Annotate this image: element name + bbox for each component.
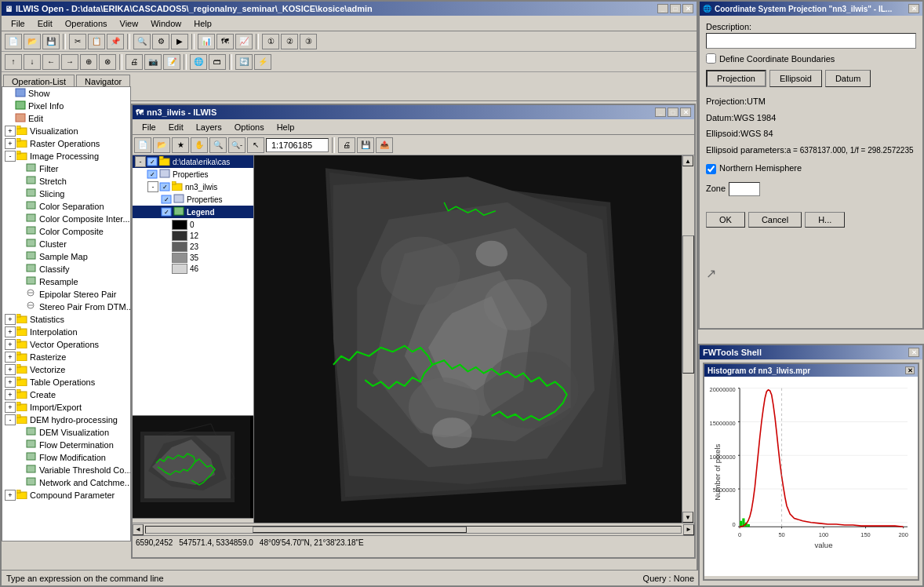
tree-sample-map[interactable]: Sample Map (2, 250, 130, 263)
map-tb-zoom-in[interactable]: 🔍 (209, 137, 227, 153)
statistics-expander[interactable]: + (5, 314, 16, 325)
vectorize-expander[interactable]: + (5, 364, 16, 375)
northern-hemi-checkbox[interactable] (706, 164, 716, 174)
tb-a[interactable]: ↑ (5, 54, 22, 70)
tb-h[interactable]: 📷 (144, 54, 162, 70)
h-scrollbar[interactable]: ◄ ► (133, 523, 694, 535)
map-menu-file[interactable]: File (136, 121, 162, 133)
tree-network[interactable]: Network and Catchme... (2, 476, 130, 489)
description-input[interactable] (706, 33, 916, 49)
tree-compound-param[interactable]: + Compound Parameter (2, 489, 130, 501)
new-button[interactable]: 📄 (5, 34, 22, 49)
tree-vectorize[interactable]: + Vectorize (2, 363, 130, 376)
file-node-legend[interactable]: ✓ Legend (133, 206, 253, 218)
tree-filter[interactable]: Filter (2, 162, 130, 175)
v-scroll-track[interactable] (682, 166, 694, 512)
file-node-nn3[interactable]: - ✓ nn3_ilwis (133, 180, 253, 193)
map-minimize[interactable]: _ (655, 108, 666, 117)
tb-d[interactable]: → (61, 54, 78, 70)
menu-help[interactable]: Help (187, 17, 218, 30)
map-tb-arrow[interactable]: ↖ (247, 137, 264, 153)
compound-expander[interactable]: + (5, 490, 16, 501)
tree-color-composite-inter[interactable]: Color Composite Inter... (2, 213, 130, 225)
map-maximize[interactable]: □ (668, 108, 678, 117)
hist-close[interactable]: ✕ (908, 348, 919, 357)
tree-interpolation[interactable]: + Interpolation (2, 326, 130, 338)
h-scroll-thumb[interactable] (253, 527, 467, 533)
h-scroll-track[interactable] (145, 526, 682, 534)
rasterops-expander[interactable]: + (5, 138, 16, 149)
nn3-expander[interactable]: - (147, 181, 158, 192)
map-menu-edit[interactable]: Edit (162, 121, 190, 133)
v-scrollbar[interactable]: ▲ ▼ (682, 155, 694, 523)
hist-chart-close[interactable]: ✕ (905, 366, 915, 374)
tree-epipolar[interactable]: Epipolar Stereo Pair (2, 288, 130, 301)
rasterize-expander[interactable]: + (5, 352, 16, 363)
help-button[interactable]: H... (805, 212, 845, 228)
menu-window[interactable]: Window (144, 17, 187, 30)
scroll-up-btn[interactable]: ▲ (682, 155, 693, 166)
tb9[interactable]: ① (262, 34, 279, 49)
tree-flow-det[interactable]: Flow Determination (2, 439, 130, 451)
tb-i[interactable]: 📝 (163, 54, 180, 70)
tree-edit[interactable]: Edit (2, 112, 130, 125)
file-node-properties1[interactable]: ✓ Properties (133, 168, 253, 180)
tb7[interactable]: 🗺 (216, 34, 234, 49)
tree-dem-hydro[interactable]: - DEM hydro-processing (2, 414, 130, 426)
tree-visualization[interactable]: + Visualization (2, 125, 130, 137)
tree-var-thresh[interactable]: Variable Threshold Co... (2, 464, 130, 476)
tb5[interactable]: ▶ (171, 34, 188, 49)
tb-l[interactable]: 🔄 (235, 54, 253, 70)
tb4[interactable]: ⚙ (152, 34, 169, 49)
tree-color-composite[interactable]: Color Composite (2, 225, 130, 238)
tb-f[interactable]: ⊗ (99, 54, 116, 70)
tb8[interactable]: 📈 (235, 34, 253, 49)
tree-rasterize[interactable]: + Rasterize (2, 351, 130, 363)
file-node-properties2[interactable]: ✓ Properties (133, 193, 253, 206)
map-tb-new[interactable]: 📄 (134, 137, 151, 153)
imageprocessing-expander[interactable]: - (5, 151, 16, 162)
vectorops-expander[interactable]: + (5, 339, 16, 350)
tree-statistics[interactable]: + Statistics (2, 313, 130, 326)
tree-color-separation[interactable]: Color Separation (2, 200, 130, 213)
tree-vector-ops[interactable]: + Vector Operations (2, 338, 130, 351)
tree-table-ops[interactable]: + Table Operations (2, 376, 130, 388)
map-tb-export[interactable]: 📤 (376, 137, 393, 153)
tb-k[interactable]: 🗃 (209, 54, 226, 70)
tree-resample[interactable]: Resample (2, 275, 130, 288)
projection-button[interactable]: Projection (706, 70, 766, 87)
tableops-expander[interactable]: + (5, 377, 16, 388)
tb-j[interactable]: 🌐 (190, 54, 207, 70)
maximize-button[interactable]: □ (670, 4, 681, 13)
tb-m[interactable]: ⚡ (254, 54, 271, 70)
save-button[interactable]: 💾 (42, 34, 60, 49)
tree-cluster[interactable]: Cluster (2, 238, 130, 250)
open-button[interactable]: 📂 (24, 34, 41, 49)
copy-button[interactable]: 📋 (88, 34, 105, 49)
minimize-button[interactable]: _ (657, 4, 668, 13)
tb-c[interactable]: ← (42, 54, 60, 70)
scroll-right-btn[interactable]: ► (683, 524, 694, 535)
map-close[interactable]: ✕ (680, 108, 691, 117)
visualization-expander[interactable]: + (5, 126, 16, 137)
tree-raster-ops[interactable]: + Raster Operations (2, 137, 130, 150)
menu-operations[interactable]: Operations (59, 17, 114, 30)
tree-stereopair[interactable]: Stereo Pair From DTM... (2, 301, 130, 313)
proj-zone-input[interactable]: 34 (729, 182, 760, 196)
tree-slicing[interactable]: Slicing (2, 188, 130, 200)
tree-image-processing[interactable]: - Image Processing (2, 150, 130, 162)
map-menu-help[interactable]: Help (271, 121, 301, 133)
map-menu-options[interactable]: Options (228, 121, 271, 133)
tree-create[interactable]: + Create (2, 388, 130, 401)
map-tb-hand[interactable]: ✋ (191, 137, 208, 153)
interpolation-expander[interactable]: + (5, 326, 16, 337)
tree-dem-vis[interactable]: DEM Visualization (2, 426, 130, 439)
importexport-expander[interactable]: + (5, 402, 16, 413)
map-tb-zoom-out[interactable]: 🔍- (228, 137, 246, 153)
tb-e[interactable]: ⊕ (80, 54, 97, 70)
menu-edit[interactable]: Edit (31, 17, 59, 30)
scroll-down-btn[interactable]: ▼ (682, 512, 693, 523)
map-tb-print[interactable]: 🖨 (338, 137, 355, 153)
proj-close[interactable]: ✕ (908, 4, 919, 13)
map-tb-star[interactable]: ★ (172, 137, 189, 153)
